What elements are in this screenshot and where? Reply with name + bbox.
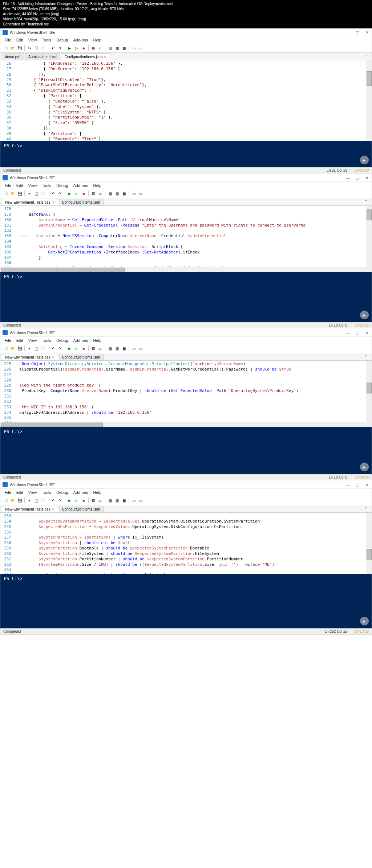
layout1-icon[interactable]: ▤ — [107, 190, 113, 197]
menu-help[interactable]: Help — [91, 37, 104, 43]
tab-config-json[interactable]: ConfigurationItems.json — [59, 199, 104, 205]
layout3-icon[interactable]: ▦ — [121, 497, 127, 504]
maximize-button[interactable]: ▢ — [355, 175, 360, 180]
collapse-editor-icon[interactable]: ⌃ — [364, 354, 369, 359]
menu-debug[interactable]: Debug — [54, 183, 70, 188]
collapse-editor-icon[interactable]: ⌃ — [364, 54, 369, 59]
code-area[interactable]: New-Object System.DirectoryServices.Acco… — [18, 361, 366, 422]
collapse-editor-icon[interactable]: ⌃ — [364, 506, 369, 511]
remote-icon[interactable]: 🖥 — [90, 45, 97, 51]
cut-icon[interactable]: ✂ — [26, 497, 33, 504]
save-icon[interactable]: 💾 — [16, 497, 23, 504]
ps-icon[interactable]: ▭ — [97, 190, 104, 197]
menu-help[interactable]: Help — [91, 337, 104, 343]
fold-column[interactable] — [14, 206, 18, 267]
layout3-icon[interactable]: ▦ — [121, 345, 127, 352]
new-icon[interactable]: 📄 — [3, 45, 9, 51]
close-button[interactable]: ✕ — [364, 30, 369, 35]
tab-config-json[interactable]: ConfigurationItems.json — [59, 506, 104, 512]
run-icon[interactable]: ▶ — [66, 45, 73, 51]
undo-icon[interactable]: ↶ — [50, 345, 56, 352]
close-button[interactable]: ✕ — [364, 175, 369, 180]
tab-config-json[interactable]: ConfigurationItems.json — [59, 354, 104, 360]
copy-icon[interactable]: 📋 — [33, 497, 40, 504]
tab-tests[interactable]: New-Environment.Tests.ps1✕ — [2, 199, 58, 205]
stop-icon[interactable]: ■ — [80, 497, 87, 504]
undo-icon[interactable]: ↶ — [50, 190, 56, 197]
menu-edit[interactable]: Edit — [14, 489, 25, 495]
cmd-addon2-icon[interactable]: ▭ — [137, 497, 144, 504]
code-area[interactable]: BeforeAll { $serverName = Get-ExpectedVa… — [18, 206, 366, 267]
redo-icon[interactable]: ↷ — [57, 45, 63, 51]
tab-tests[interactable]: New-Environment.Tests.ps1✕ — [2, 506, 58, 512]
minimize-button[interactable]: — — [345, 482, 351, 487]
layout2-icon[interactable]: ▥ — [114, 345, 120, 352]
editor[interactable]: 2252262272282292302312322332342352362372… — [0, 361, 372, 422]
menu-edit[interactable]: Edit — [14, 37, 25, 43]
tab-config-json[interactable]: ConfigurationItems.json✕ — [61, 53, 110, 60]
editor[interactable]: 2627282930313233343536373839404142434445… — [0, 60, 372, 141]
copy-icon[interactable]: 📋 — [33, 345, 40, 352]
menu-debug[interactable]: Debug — [54, 489, 70, 495]
tab-demo[interactable]: demo.ps1 — [2, 53, 24, 60]
menu-file[interactable]: File — [3, 489, 13, 495]
menu-view[interactable]: View — [26, 337, 39, 343]
minimize-button[interactable]: — — [345, 175, 351, 180]
run-icon[interactable]: ▶ — [66, 345, 73, 352]
paste-icon[interactable]: 📄 — [40, 497, 46, 504]
cut-icon[interactable]: ✂ — [26, 45, 33, 51]
save-icon[interactable]: 💾 — [16, 345, 23, 352]
paste-icon[interactable]: 📄 — [40, 45, 46, 51]
close-button[interactable]: ✕ — [364, 330, 369, 335]
cmd-addon-icon[interactable]: ▭ — [130, 45, 137, 51]
tab-close-icon[interactable]: ✕ — [52, 508, 55, 511]
cmd-addon2-icon[interactable]: ▭ — [137, 190, 144, 197]
console-pane[interactable]: PS C:\> ▶ — [0, 574, 372, 628]
run-selection-icon[interactable]: ▷ — [73, 190, 80, 197]
minimize-button[interactable]: — — [345, 330, 351, 335]
stop-icon[interactable]: ■ — [80, 45, 87, 51]
tab-close-icon[interactable]: ✕ — [52, 356, 55, 359]
menu-view[interactable]: View — [26, 489, 39, 495]
menu-addons[interactable]: Add-ons — [71, 337, 90, 343]
menu-file[interactable]: File — [3, 37, 13, 43]
stop-icon[interactable]: ■ — [80, 345, 87, 352]
menu-help[interactable]: Help — [91, 489, 104, 495]
menu-edit[interactable]: Edit — [14, 337, 25, 343]
close-button[interactable]: ✕ — [364, 482, 369, 487]
layout1-icon[interactable]: ▤ — [107, 497, 113, 504]
layout2-icon[interactable]: ▥ — [114, 497, 120, 504]
ps-icon[interactable]: ▭ — [97, 497, 104, 504]
paste-icon[interactable]: 📄 — [40, 345, 46, 352]
menu-tools[interactable]: Tools — [40, 337, 53, 343]
maximize-button[interactable]: ▢ — [355, 30, 360, 35]
console-pane[interactable]: PS C:\> ▶ — [0, 141, 372, 167]
new-icon[interactable]: 📄 — [3, 497, 9, 504]
layout2-icon[interactable]: ▥ — [114, 45, 120, 51]
fold-column[interactable] — [14, 361, 18, 422]
menu-view[interactable]: View — [26, 37, 39, 43]
remote-icon[interactable]: 🖥 — [90, 190, 97, 197]
run-icon[interactable]: ▶ — [66, 190, 73, 197]
layout3-icon[interactable]: ▦ — [121, 45, 127, 51]
maximize-button[interactable]: ▢ — [355, 330, 360, 335]
maximize-button[interactable]: ▢ — [355, 482, 360, 487]
save-icon[interactable]: 💾 — [16, 45, 23, 51]
vertical-scrollbar[interactable] — [366, 206, 372, 267]
copy-icon[interactable]: 📋 — [33, 45, 40, 51]
menu-edit[interactable]: Edit — [14, 183, 25, 188]
fold-column[interactable] — [14, 513, 18, 574]
menu-tools[interactable]: Tools — [40, 183, 53, 188]
layout3-icon[interactable]: ▦ — [121, 190, 127, 197]
minimize-button[interactable]: — — [345, 30, 351, 35]
undo-icon[interactable]: ↶ — [50, 45, 56, 51]
editor[interactable]: 1781791801811821831841851861871881891901… — [0, 206, 372, 267]
console-pane[interactable]: PS C:\> ▶ — [0, 427, 372, 474]
redo-icon[interactable]: ↷ — [57, 345, 63, 352]
menu-view[interactable]: View — [26, 183, 39, 188]
code-area[interactable]: $expectedSystemPartition = $expectedValu… — [18, 513, 366, 574]
run-selection-icon[interactable]: ▷ — [73, 497, 80, 504]
save-icon[interactable]: 💾 — [16, 190, 23, 197]
layout2-icon[interactable]: ▥ — [114, 190, 120, 197]
vertical-scrollbar[interactable] — [366, 60, 372, 141]
